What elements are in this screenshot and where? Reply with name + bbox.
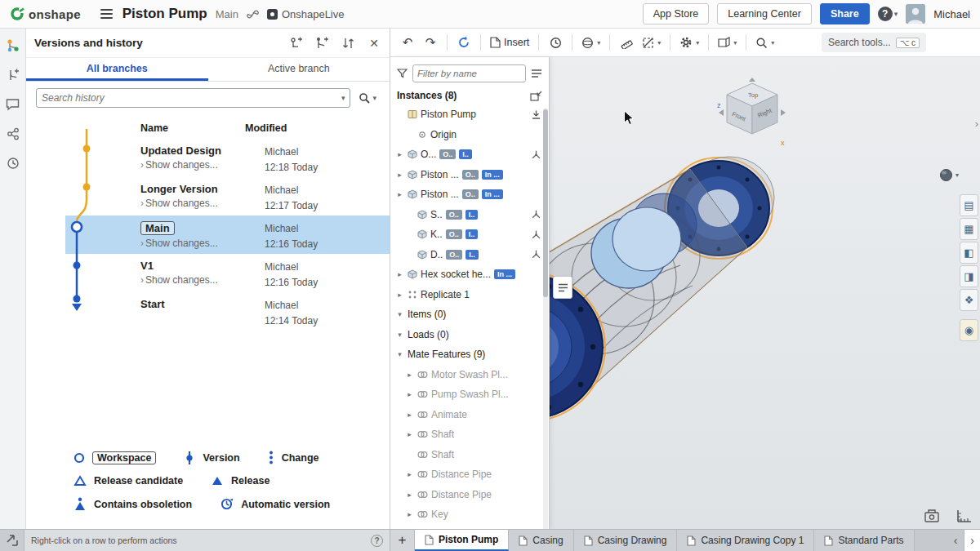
onshape-logo[interactable]: onshape: [10, 7, 81, 21]
rotate-right-arrow[interactable]: [781, 109, 786, 116]
chevron-down-icon[interactable]: ▾: [395, 350, 404, 358]
chevron-right-icon[interactable]: ▸: [405, 390, 414, 398]
list-view-icon[interactable]: [531, 69, 542, 78]
view-cube[interactable]: Top Front Right z x: [715, 77, 789, 149]
version-row-v1[interactable]: V1 ›Show changes... Michael 12:16 Today: [65, 254, 390, 292]
chevron-right-icon[interactable]: ▸: [395, 190, 404, 198]
chevron-right-icon[interactable]: ▸: [405, 430, 414, 438]
tree-row-d[interactable]: D..O..I..: [390, 245, 542, 265]
insert-instance-icon[interactable]: [530, 91, 542, 101]
tree-row-piston-pump[interactable]: Piston Pump: [390, 104, 542, 125]
close-icon[interactable]: ✕: [367, 36, 381, 51]
show-changes-link[interactable]: ›Show changes...: [140, 238, 218, 249]
filter-icon[interactable]: [397, 69, 408, 78]
chevron-right-icon[interactable]: ▸: [405, 470, 414, 478]
show-changes-link[interactable]: ›Show changes...: [140, 159, 221, 171]
chevron-right-icon[interactable]: ▸: [405, 491, 414, 499]
link-icon[interactable]: [247, 8, 259, 20]
tree-row-key[interactable]: ▸Key: [390, 504, 542, 525]
create-version-icon[interactable]: [6, 68, 20, 82]
tree-row-pump-swash-pl[interactable]: ▸Pump Swash Pl...: [390, 384, 542, 405]
measure-button[interactable]: [616, 32, 637, 53]
doc-tab-casing-drawing[interactable]: Casing Drawing: [574, 530, 678, 551]
learning-center-button[interactable]: Learning Center: [717, 3, 812, 24]
chevron-right-icon[interactable]: ▸: [395, 150, 404, 158]
mate-connector-icon[interactable]: [532, 230, 541, 239]
doc-tab-piston-pump[interactable]: Piston Pump: [415, 530, 509, 551]
tree-row-loads-0[interactable]: ▾Loads (0): [390, 325, 542, 345]
tree-row-origin[interactable]: Origin: [390, 125, 542, 145]
show-changes-link[interactable]: ›Show changes...: [140, 198, 218, 209]
chevron-right-icon[interactable]: ▸: [395, 291, 404, 299]
update-sync-button[interactable]: [453, 32, 474, 53]
comments-icon[interactable]: [6, 97, 20, 112]
chevron-right-icon[interactable]: ▸: [395, 171, 404, 179]
display-states-button[interactable]: ▾: [578, 32, 604, 53]
help-menu-button[interactable]: ?▾: [878, 7, 898, 21]
tree-row-mate-features-9[interactable]: ▾Mate Features (9): [390, 344, 542, 365]
tree-row-piston[interactable]: ▸Piston ...O..In ...: [390, 165, 542, 185]
tree-row-k[interactable]: K..O..I..: [390, 224, 542, 245]
version-row-updated-design[interactable]: Updated Design ›Show changes... Michael …: [65, 139, 390, 177]
rotate-up-arrow[interactable]: [749, 78, 755, 82]
search-history-input[interactable]: ▾: [36, 88, 350, 108]
tree-row-animate[interactable]: ▸Animate: [390, 405, 542, 425]
version-row-start[interactable]: Start Michael 12:14 Today: [65, 292, 390, 331]
tree-row-distance-pipe[interactable]: ▸Distance Pipe: [390, 464, 542, 485]
tree-scrollbar[interactable]: [543, 108, 548, 529]
tree-row-shaft[interactable]: Shaft: [390, 445, 542, 465]
scroll-tabs-right-button[interactable]: ›: [964, 530, 980, 551]
history-clock-icon[interactable]: [6, 156, 20, 171]
doc-tab-casing[interactable]: Casing: [509, 530, 573, 551]
units-grid-icon[interactable]: [957, 509, 972, 522]
selection-list-button[interactable]: [553, 276, 572, 299]
doc-tab-casing-drawing-copy-1[interactable]: Casing Drawing Copy 1: [677, 530, 814, 551]
search-history-field[interactable]: [42, 92, 341, 104]
mate-connector-icon[interactable]: [532, 210, 541, 219]
tab-all-branches[interactable]: All branches: [26, 58, 208, 81]
search-tools[interactable]: Search tools... ⌥ c: [822, 33, 926, 52]
filter-input[interactable]: [412, 64, 526, 82]
create-branch-button[interactable]: [314, 36, 329, 51]
create-version-button[interactable]: [288, 36, 303, 51]
mate-connector-icon[interactable]: [532, 250, 541, 259]
show-changes-link[interactable]: ›Show changes...: [140, 274, 218, 286]
mate-connector-icon[interactable]: [532, 150, 541, 159]
compare-versions-button[interactable]: [341, 36, 355, 51]
tree-row-replicate-1[interactable]: ▸Replicate 1: [390, 285, 542, 305]
tree-row-distance-pipe[interactable]: ▸Distance Pipe: [390, 485, 542, 505]
section-view-button[interactable]: ▾: [639, 32, 664, 53]
tree-row-shaft[interactable]: ▸Shaft: [390, 424, 542, 445]
doc-tab-standard-parts[interactable]: Standard Parts: [814, 530, 914, 551]
search-button[interactable]: ▾: [355, 88, 380, 108]
version-row-main[interactable]: Main ›Show changes... Michael 12:16 Toda…: [65, 216, 390, 254]
chevron-right-icon[interactable]: ▸: [395, 270, 404, 278]
dock-appearance-button[interactable]: ◧: [960, 242, 978, 264]
dock-configurations-button[interactable]: ▤: [960, 194, 978, 216]
avatar[interactable]: [906, 4, 925, 24]
expand-panel-arrow[interactable]: ›: [975, 118, 978, 130]
help-icon[interactable]: ?: [371, 535, 383, 547]
tree-row-motor-swash-pl[interactable]: ▸Motor Swash Pl...: [390, 365, 542, 385]
chevron-right-icon[interactable]: ▸: [405, 371, 414, 379]
export-image-icon[interactable]: [924, 509, 939, 522]
dock-material-button[interactable]: ❖: [960, 289, 978, 311]
tree-row-items-0[interactable]: ▾Items (0): [390, 304, 542, 325]
onshapelive-link[interactable]: OnshapeLive: [267, 8, 345, 20]
chevron-down-icon[interactable]: ▾: [395, 310, 404, 318]
menu-icon[interactable]: [100, 9, 113, 19]
versions-history-icon[interactable]: [6, 38, 20, 53]
view-options-button[interactable]: ▾: [939, 168, 959, 182]
dock-display-states-button[interactable]: ◨: [960, 265, 978, 287]
export-icon[interactable]: [6, 127, 20, 141]
chevron-right-icon[interactable]: ▸: [405, 510, 414, 518]
scroll-tabs-left-button[interactable]: ‹: [947, 530, 964, 551]
filter-field[interactable]: [417, 69, 521, 78]
dock-comment-button[interactable]: ◉: [960, 319, 978, 341]
chevron-down-icon[interactable]: ▾: [395, 331, 404, 339]
version-row-longer-version[interactable]: Longer Version ›Show changes... Michael …: [65, 177, 390, 216]
tree-row-o[interactable]: ▸O...O..I..: [390, 144, 542, 165]
undo-button[interactable]: ↶: [397, 32, 418, 53]
explode-view-button[interactable]: ▾: [752, 32, 777, 53]
chevron-right-icon[interactable]: ▸: [405, 411, 414, 419]
